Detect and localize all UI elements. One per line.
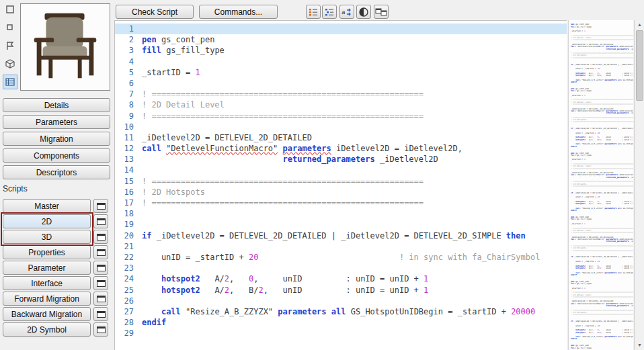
minimap-line: if _iDetlevel2D = DETLEVEL_2D_DETAILED |… xyxy=(571,256,633,258)
code-editor[interactable]: 12pen gs_cont_pen3fill gs_fill_type45_st… xyxy=(114,20,567,350)
minimap-line: ! ======================================… xyxy=(571,296,633,298)
line-number: 20 xyxy=(115,230,142,241)
minimap-line: call "Resize_A_B_ZZYZX" parameters all G… xyxy=(571,143,633,145)
open-window-button-backward-migration[interactable] xyxy=(93,307,108,321)
minimap-line: call "Resize_A_B_ZZYZX" parameters all G… xyxy=(571,336,633,338)
code-line: 24 hotspot2 A/2, 0, unID : unID = unID +… xyxy=(115,273,567,284)
minimap-line: ! ======================================… xyxy=(571,168,633,170)
script-button-master[interactable]: Master xyxy=(3,199,91,213)
left-tool-strip xyxy=(1,3,19,89)
script-button-backward-migration[interactable]: Backward Migration xyxy=(3,307,91,321)
window-icon xyxy=(97,249,106,256)
scroll-down-arrow[interactable]: ▼ xyxy=(635,341,644,350)
script-button-2d-symbol[interactable]: 2D Symbol xyxy=(3,322,91,337)
minimap-line: returned_parameters _iDetlevel2D xyxy=(571,305,633,307)
script-button-interface[interactable]: Interface xyxy=(3,276,91,290)
minimap-line: returned_parameters _iDetlevel2D xyxy=(571,48,633,50)
open-window-button-forward-migration[interactable] xyxy=(93,292,108,306)
code-line: 25 hotspot2 A/2, B/2, unID : unID = unID… xyxy=(115,285,567,296)
minimap-line: ! ======================================… xyxy=(571,39,633,41)
open-window-button-parameter[interactable] xyxy=(93,261,108,275)
sidebar-button-components[interactable]: Components xyxy=(3,148,110,163)
script-row-properties: Properties xyxy=(3,245,108,259)
code-line: 15! ====================================… xyxy=(115,176,567,187)
minimap-line: hotspot2 A/2, B/2, unID : unID = unID + … xyxy=(571,267,633,269)
code-minimap[interactable]: pen gs_cont_penfill gs_fill_type_startID… xyxy=(568,20,633,350)
sidebar-button-details[interactable]: Details xyxy=(3,98,110,112)
film-icon[interactable] xyxy=(3,75,17,89)
script-row-interface: Interface xyxy=(3,276,108,290)
script-row-parameter: Parameter xyxy=(3,261,108,275)
open-window-button-master[interactable] xyxy=(93,199,108,213)
line-number: 6 xyxy=(115,78,142,89)
scroll-up-arrow[interactable]: ▲ xyxy=(635,20,644,30)
cube-icon[interactable] xyxy=(3,57,17,71)
code-line: 6 xyxy=(115,78,567,89)
code-line: 8! 2D Detail Level xyxy=(115,99,567,110)
open-window-button-2d-symbol[interactable] xyxy=(93,322,108,337)
line-number: 23 xyxy=(115,263,142,273)
script-button-parameter[interactable]: Parameter xyxy=(3,261,91,275)
window-icon xyxy=(97,203,106,210)
minimap-line: hotspot2 A/2, B/2, unID : unID = unID + … xyxy=(571,203,633,205)
minimap-line: ! ======================================… xyxy=(571,314,633,316)
line-number: 12 xyxy=(115,143,142,154)
window-icon xyxy=(97,218,106,225)
compare-windows-icon[interactable] xyxy=(374,5,389,19)
minimap-line: hotspot2 A/2, B/2, unID : unID = unID + … xyxy=(571,332,633,334)
code-line: 17! ====================================… xyxy=(115,198,567,208)
sidebar-button-migration[interactable]: Migration xyxy=(3,132,110,146)
script-row-3d: 3D xyxy=(3,230,108,244)
open-window-button-properties[interactable] xyxy=(93,245,108,259)
sidebar-button-descriptors[interactable]: Descriptors xyxy=(3,165,110,179)
code-line: 5_startID = 1 xyxy=(115,67,567,78)
numbered-list-icon[interactable] xyxy=(306,5,321,19)
line-number: 28 xyxy=(115,317,142,328)
minimap-lines: pen gs_cont_penfill gs_fill_type_startID… xyxy=(571,21,633,350)
minimap-line: unID = _startID + 20 ! in sync with fa_C… xyxy=(571,261,633,263)
scripts-label: Scripts xyxy=(3,184,28,193)
script-row-backward-migration: Backward Migration xyxy=(3,307,108,321)
window-icon xyxy=(97,234,106,240)
sidebar-sections: DetailsParametersMigrationComponentsDesc… xyxy=(3,98,110,182)
minimap-line: unID = _startID + 20 ! in sync with fa_C… xyxy=(571,196,633,198)
open-window-button-3d[interactable] xyxy=(93,230,108,244)
minimap-line: call "Resize_A_B_ZZYZX" parameters all G… xyxy=(571,79,633,81)
script-row-forward-migration: Forward Migration xyxy=(3,292,108,306)
contrast-icon[interactable] xyxy=(356,5,371,19)
open-window-button-2d[interactable] xyxy=(93,214,108,228)
vertical-scrollbar[interactable]: ▲ ▼ xyxy=(634,20,644,350)
script-row-2d: 2D xyxy=(3,214,108,228)
commands-button[interactable]: Commands... xyxy=(199,5,278,19)
code-line: 22 unID = _startID + 20 ! in sync with f… xyxy=(115,252,567,263)
sidebar-button-parameters[interactable]: Parameters xyxy=(3,115,110,129)
script-button-3d[interactable]: 3D xyxy=(3,230,91,244)
window-icon xyxy=(97,311,106,318)
script-row-2d-symbol: 2D Symbol xyxy=(3,322,108,337)
line-number: 26 xyxy=(115,296,142,306)
line-number: 9 xyxy=(115,111,142,122)
line-number: 7 xyxy=(115,89,142,99)
minimap-line: ! ======================================… xyxy=(571,250,633,252)
code-line: 23 xyxy=(115,263,567,273)
script-button-forward-migration[interactable]: Forward Migration xyxy=(3,292,91,306)
line-number: 1 xyxy=(115,24,142,34)
line-number: 19 xyxy=(115,219,142,230)
code-line: 1 xyxy=(115,24,567,34)
indent-list-icon[interactable] xyxy=(322,5,337,19)
script-button-properties[interactable]: Properties xyxy=(3,245,91,259)
minimap-line: ! ======================================… xyxy=(571,103,633,105)
script-button-2d[interactable]: 2D xyxy=(3,214,91,228)
square-icon[interactable] xyxy=(3,21,17,34)
code-line: 21 xyxy=(115,241,567,252)
check-script-button[interactable]: Check Script xyxy=(116,5,194,19)
code-line: 27 call "Resize_A_B_ZZYZX" parameters al… xyxy=(115,306,567,317)
text-jump-icon[interactable]: a xyxy=(339,5,354,19)
scrollbar-thumb[interactable] xyxy=(636,30,643,101)
chair-illustration xyxy=(21,4,110,90)
rectangle-icon[interactable] xyxy=(3,3,17,16)
code-line: 4 xyxy=(115,56,567,67)
open-window-button-interface[interactable] xyxy=(93,276,108,290)
flag-icon[interactable] xyxy=(3,39,17,52)
code-lines: 12pen gs_cont_pen3fill gs_fill_type45_st… xyxy=(115,24,567,339)
